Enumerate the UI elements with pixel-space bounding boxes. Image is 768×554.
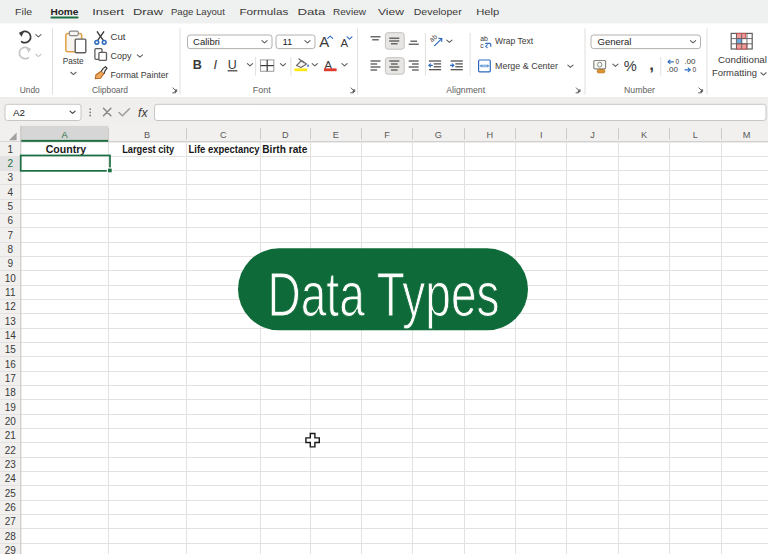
svg-text:3: 3	[8, 172, 14, 183]
svg-text:D: D	[282, 130, 289, 140]
svg-text:15: 15	[5, 344, 17, 355]
svg-text:7: 7	[8, 230, 14, 241]
svg-text:Largest city: Largest city	[122, 143, 175, 155]
svg-text:A: A	[340, 37, 348, 49]
svg-text:Clipboard: Clipboard	[92, 85, 128, 95]
svg-text:24: 24	[5, 473, 17, 484]
svg-text:Number: Number	[624, 85, 655, 95]
svg-text:20: 20	[5, 416, 17, 427]
svg-text:B: B	[144, 130, 150, 140]
svg-text:Conditional: Conditional	[718, 54, 767, 65]
svg-text:Font: Font	[253, 85, 272, 95]
svg-text:c: c	[480, 42, 484, 49]
svg-text:Cut: Cut	[111, 31, 126, 42]
svg-text:18: 18	[5, 387, 17, 398]
svg-text:12: 12	[5, 301, 17, 312]
svg-text:6: 6	[8, 215, 14, 226]
svg-text:Home: Home	[50, 6, 79, 17]
svg-text:.00: .00	[684, 57, 696, 66]
svg-text:K: K	[641, 130, 648, 140]
svg-text:Country: Country	[46, 143, 87, 155]
svg-text:1: 1	[8, 144, 14, 155]
svg-text:Calibri: Calibri	[193, 36, 220, 47]
svg-text:25: 25	[5, 488, 17, 499]
svg-text:4: 4	[8, 187, 14, 198]
svg-text:,: ,	[649, 55, 654, 74]
svg-text:Life expectancy: Life expectancy	[189, 143, 261, 155]
svg-text:29: 29	[5, 545, 17, 554]
svg-text:F: F	[384, 130, 390, 140]
svg-text:Draw: Draw	[133, 6, 164, 17]
svg-text:View: View	[378, 6, 405, 17]
svg-text:A: A	[61, 130, 68, 140]
svg-text:%: %	[624, 58, 637, 74]
svg-text:E: E	[333, 130, 339, 140]
svg-text:J: J	[590, 130, 595, 140]
svg-text:13: 13	[5, 316, 17, 327]
svg-text:Insert: Insert	[92, 6, 124, 17]
svg-text:0: 0	[676, 58, 680, 65]
svg-text:A: A	[319, 33, 329, 50]
svg-text:Alignment: Alignment	[446, 85, 486, 95]
svg-text:Developer: Developer	[414, 6, 463, 17]
svg-text:26: 26	[5, 502, 17, 513]
svg-text:21: 21	[5, 430, 17, 441]
svg-text:Help: Help	[476, 6, 500, 17]
svg-text:11: 11	[283, 36, 293, 47]
svg-text:B: B	[193, 58, 202, 72]
svg-text:C: C	[220, 130, 227, 140]
svg-text:22: 22	[5, 445, 17, 456]
svg-text:Format Painter: Format Painter	[111, 69, 169, 80]
svg-text:Data: Data	[297, 6, 326, 17]
svg-text:.00: .00	[667, 65, 679, 74]
svg-text:8: 8	[8, 244, 14, 255]
svg-text:fx: fx	[138, 106, 148, 120]
svg-text:Page Layout: Page Layout	[171, 6, 225, 17]
svg-text:5: 5	[8, 201, 14, 212]
svg-text:Merge & Center: Merge & Center	[495, 60, 558, 71]
svg-text:11: 11	[5, 287, 16, 298]
svg-text:Birth rate: Birth rate	[262, 143, 307, 155]
svg-text:Wrap Text: Wrap Text	[495, 35, 533, 46]
svg-text:10: 10	[5, 273, 17, 284]
svg-text:A2: A2	[13, 107, 25, 118]
svg-text:14: 14	[5, 330, 17, 341]
svg-text:28: 28	[5, 531, 17, 542]
svg-text:Paste: Paste	[63, 55, 84, 66]
svg-text:Formatting: Formatting	[712, 67, 757, 78]
svg-text:27: 27	[5, 516, 17, 527]
svg-text:M: M	[743, 130, 751, 140]
svg-text:2: 2	[8, 158, 14, 169]
svg-text:I: I	[540, 130, 543, 140]
svg-text:File: File	[15, 6, 33, 17]
svg-text:L: L	[693, 130, 698, 140]
svg-text:G: G	[435, 130, 442, 140]
svg-text:General: General	[598, 36, 632, 47]
svg-text:9: 9	[8, 258, 14, 269]
svg-text:I: I	[214, 57, 218, 72]
svg-text:H: H	[486, 130, 493, 140]
svg-text:Copy: Copy	[111, 50, 132, 61]
svg-text:Undo: Undo	[20, 85, 40, 95]
svg-text:17: 17	[5, 373, 17, 384]
svg-text:U: U	[228, 58, 237, 72]
svg-text:23: 23	[5, 459, 17, 470]
svg-text:Data Types: Data Types	[268, 259, 500, 329]
svg-text:16: 16	[5, 359, 17, 370]
svg-text:Formulas: Formulas	[239, 6, 288, 17]
svg-text:Review: Review	[333, 6, 367, 17]
svg-text:19: 19	[5, 402, 17, 413]
svg-text:0: 0	[693, 66, 697, 73]
